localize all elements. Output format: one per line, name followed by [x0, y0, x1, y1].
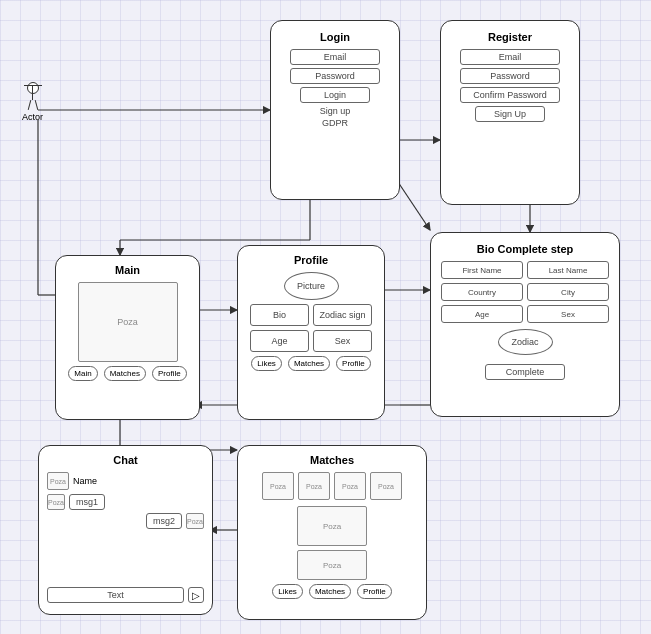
matches-nav-likes[interactable]: Likes [272, 584, 303, 599]
actor-leg-right [34, 100, 38, 110]
actor-leg-left [27, 100, 31, 110]
register-confirm-password-input[interactable]: Confirm Password [460, 87, 560, 103]
profile-nav-profile[interactable]: Profile [336, 356, 371, 371]
profile-box: Profile Picture Bio Zodiac sign Age Sex … [237, 245, 385, 420]
bio-city[interactable]: City [527, 283, 609, 301]
actor-label: Actor [22, 112, 43, 122]
main-title: Main [64, 264, 191, 276]
matches-poza2[interactable]: Poza [297, 506, 367, 546]
profile-zodiac: Zodiac sign [313, 304, 372, 326]
main-poza: Poza [78, 282, 178, 362]
bio-complete-fields: First Name Last Name Country City Age Se… [441, 261, 609, 323]
bio-firstname[interactable]: First Name [441, 261, 523, 279]
login-title: Login [281, 31, 389, 43]
chat-msg2: msg2 [146, 513, 182, 529]
actor-body [32, 86, 33, 100]
login-gdpr-link[interactable]: GDPR [281, 118, 389, 128]
matches-row1: Poza Poza Poza Poza [246, 472, 418, 500]
chat-msg1: msg1 [69, 494, 105, 510]
matches-large-poza2: Poza [246, 550, 418, 580]
register-password-input[interactable]: Password [460, 68, 560, 84]
chat-name: Name [73, 476, 97, 486]
bio-lastname[interactable]: Last Name [527, 261, 609, 279]
register-email-input[interactable]: Email [460, 49, 560, 65]
chat-box: Chat Poza Name Poza msg1 msg2 Poza Text … [38, 445, 213, 615]
login-button[interactable]: Login [300, 87, 370, 103]
bio-zodiac: Zodiac [498, 329, 553, 355]
profile-title: Profile [246, 254, 376, 266]
login-box: Login Email Password Login Sign up GDPR [270, 20, 400, 200]
matches-poza3[interactable]: Poza [297, 550, 367, 580]
matches-title: Matches [246, 454, 418, 466]
matches-poza-2[interactable]: Poza [334, 472, 366, 500]
chat-header: Poza Name [47, 472, 204, 490]
actor-legs [29, 100, 37, 110]
profile-sex: Sex [313, 330, 372, 352]
profile-picture: Picture [284, 272, 339, 300]
main-nav-matches[interactable]: Matches [104, 366, 146, 381]
bio-complete-button[interactable]: Complete [485, 364, 565, 380]
chat-msg1-row: Poza msg1 [47, 494, 204, 510]
login-password-input[interactable]: Password [290, 68, 380, 84]
matches-large-poza: Poza [246, 506, 418, 546]
bio-complete-title: Bio Complete step [441, 243, 609, 255]
chat-text-input[interactable]: Text [47, 587, 184, 603]
matches-box: Matches Poza Poza Poza Poza Poza Poza Li… [237, 445, 427, 620]
matches-poza-0[interactable]: Poza [262, 472, 294, 500]
profile-age: Age [250, 330, 309, 352]
matches-poza-3[interactable]: Poza [370, 472, 402, 500]
profile-fields: Bio Zodiac sign Age Sex [250, 304, 372, 352]
profile-bio: Bio [250, 304, 309, 326]
matches-nav-profile[interactable]: Profile [357, 584, 392, 599]
matches-nav-matches[interactable]: Matches [309, 584, 351, 599]
login-signup-link[interactable]: Sign up [281, 106, 389, 116]
bio-complete-box: Bio Complete step First Name Last Name C… [430, 232, 620, 417]
main-box: Main Poza Main Matches Profile [55, 255, 200, 420]
bio-country[interactable]: Country [441, 283, 523, 301]
register-signup-button[interactable]: Sign Up [475, 106, 545, 122]
chat-poza3: Poza [186, 513, 204, 529]
chat-title: Chat [47, 454, 204, 466]
profile-nav-matches[interactable]: Matches [288, 356, 330, 371]
main-nav-main[interactable]: Main [68, 366, 97, 381]
login-email-input[interactable]: Email [290, 49, 380, 65]
profile-nav-likes[interactable]: Likes [251, 356, 282, 371]
bio-age[interactable]: Age [441, 305, 523, 323]
register-title: Register [451, 31, 569, 43]
bio-sex[interactable]: Sex [527, 305, 609, 323]
chat-input-bar: Text ▷ [47, 584, 204, 606]
chat-msg2-row: msg2 Poza [47, 513, 204, 529]
matches-nav: Likes Matches Profile [246, 584, 418, 599]
chat-poza2: Poza [47, 494, 65, 510]
matches-poza-1[interactable]: Poza [298, 472, 330, 500]
register-box: Register Email Password Confirm Password… [440, 20, 580, 205]
profile-nav: Likes Matches Profile [246, 356, 376, 371]
diagram-container: Actor Login Email Password Login Sign up… [0, 0, 651, 634]
chat-avatar: Poza [47, 472, 69, 490]
main-nav-profile[interactable]: Profile [152, 366, 187, 381]
main-nav: Main Matches Profile [64, 366, 191, 381]
chat-send-button[interactable]: ▷ [188, 587, 204, 603]
actor: Actor [22, 82, 43, 122]
